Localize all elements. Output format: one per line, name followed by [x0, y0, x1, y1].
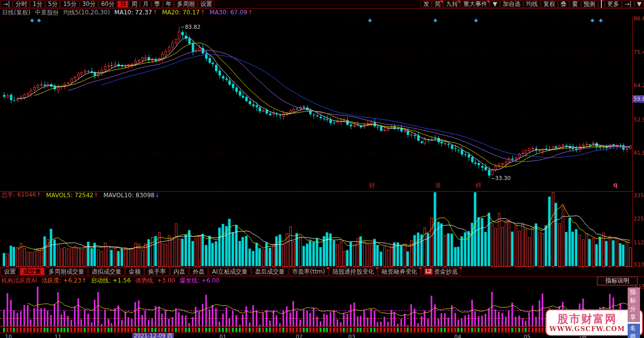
tab-0[interactable]: 设置	[0, 268, 19, 276]
info-item-5: MA30: 67.09↑	[210, 9, 253, 16]
tool-label-3: 重大事件	[463, 0, 487, 7]
ind-stat-item-2: 启动线: +1.56	[91, 277, 131, 285]
tool-button-2[interactable]: 九转	[443, 0, 460, 8]
period-button-4[interactable]: 15分	[60, 0, 79, 8]
tool-button-3[interactable]: 重大事件	[461, 0, 489, 8]
indicator-help-button[interactable]: 指标说明	[597, 277, 638, 285]
tab-9[interactable]: 盘后成交量	[252, 268, 288, 276]
volume-axis-label-1: 225	[634, 216, 644, 222]
price-axis-label-3: 52.9	[634, 116, 644, 123]
tool-button-10[interactable]: 预测	[581, 0, 598, 8]
tool-button-9[interactable]: 窗	[570, 0, 581, 8]
chart-glyph-0: 财	[369, 181, 375, 190]
period-button-3[interactable]: 5分	[46, 0, 60, 8]
tools-toolbar: 发简九转重大事件▼加自选均线复权叠窗预测更多→|▼	[420, 0, 644, 8]
tab-label: 虚拟成交量	[92, 268, 121, 275]
period-button-9[interactable]: 月	[140, 0, 151, 8]
up-arrow-icon: ↑	[36, 191, 41, 198]
tab-5[interactable]: 换手率	[145, 268, 169, 276]
tool-skip-end-icon[interactable]: →|	[622, 0, 634, 8]
volume-pane[interactable]	[0, 192, 633, 267]
tab-11[interactable]: 陆股通持股变化	[329, 268, 377, 276]
event-diamond-icon-4[interactable]: ◆	[474, 17, 478, 23]
period-button-6[interactable]: 60分	[99, 0, 117, 8]
event-diamond-icon-5[interactable]: ◆	[590, 17, 594, 23]
price-highlight-badge: 59.8	[633, 95, 644, 103]
tool-label-6: 均线	[526, 0, 538, 7]
price-axis-label-1: 75.4	[634, 49, 644, 56]
watermark-text-block: 股市财富网 WWW.GSCFW.COM	[549, 313, 625, 333]
event-diamond-icon-0[interactable]: ◆	[30, 17, 34, 23]
period-button-11[interactable]: 年	[163, 0, 174, 8]
info-item-1: 中直股份	[35, 8, 58, 17]
tool-button-6[interactable]: 均线	[524, 0, 540, 8]
main-chart-pane[interactable]: ◆◆◆◆◆◆◆ 83.82 33.30 财港榜q	[0, 16, 633, 191]
tool-button-12[interactable]: 更多	[605, 0, 622, 8]
up-arrow-icon: ↑	[153, 9, 158, 16]
tool-label-8: 叠	[561, 0, 567, 7]
tool-label-9: 窗	[572, 0, 578, 7]
indicator-pane[interactable]	[0, 286, 633, 334]
period-button-5[interactable]: 30分	[80, 0, 98, 8]
up-arrow-icon: ↑	[200, 9, 205, 16]
tab-2[interactable]: 多周期成交量	[45, 268, 88, 276]
ind-stat-item-1: 活跃度: +6.23↑	[42, 277, 87, 285]
tab-label: 换手率	[148, 268, 166, 275]
notification-dot-icon	[460, 267, 462, 269]
tool-button-8[interactable]: 叠	[558, 0, 569, 8]
event-diamond-icon-1[interactable]: ◆	[37, 17, 41, 23]
tab-8[interactable]: AI立桩成交量	[209, 268, 251, 276]
info-item-2: 均线5(10,20,30)	[63, 8, 109, 17]
period-button-10[interactable]: 季	[152, 0, 162, 8]
date-axis-label-1: 11	[54, 334, 61, 338]
period-button-2[interactable]: 1分	[30, 0, 45, 8]
period-label-6: 60分	[101, 0, 114, 7]
tool-lock-icon[interactable]	[598, 0, 604, 8]
period-label-5: 30分	[82, 0, 96, 7]
candlestick-chart-canvas[interactable]	[0, 16, 633, 191]
period-button-1[interactable]: 分时	[13, 0, 30, 8]
tab-4[interactable]: 金额	[125, 268, 144, 276]
event-diamond-icon-6[interactable]: ◆	[599, 17, 603, 23]
tool-button-0[interactable]: 发	[421, 0, 431, 8]
date-axis-label-5: 03	[348, 334, 355, 338]
skip-end-icon: →|	[625, 0, 632, 7]
tool-label-12: 更多	[607, 0, 619, 7]
tool-button-5[interactable]: 加自选	[500, 0, 523, 8]
chart-glyph-3: q	[613, 181, 618, 188]
event-diamond-icon-2[interactable]: ◆	[368, 17, 372, 23]
l2-badge: L2	[425, 269, 432, 275]
tool-label-4: ▼	[492, 0, 497, 7]
date-axis-label-3: 01	[219, 334, 226, 338]
tab-12[interactable]: 融资融券变化	[378, 268, 421, 276]
date-axis-label-4: 02	[296, 334, 303, 338]
period-label-1: 分时	[15, 0, 27, 7]
indicator-chart-canvas[interactable]	[0, 286, 633, 334]
tool-button-1[interactable]: 简	[432, 0, 443, 8]
indicator-header: 机构活跃度AI活跃度: +6.23↑启动线: +1.56强势线: +3.00爆发…	[0, 277, 219, 285]
period-button-13[interactable]: 设置	[198, 0, 215, 8]
tab-3[interactable]: 虚拟成交量	[88, 268, 125, 276]
vol-stat-item-2: MAVOL10: 83098↓	[104, 192, 160, 199]
notification-corner-icon	[440, 0, 443, 3]
tool-button-4[interactable]: ▼	[490, 0, 499, 8]
indicator-tabbar: 设置成交量多周期成交量虚拟成交量金额换手率内盘外盘AI立桩成交量盘后成交量市盈率…	[0, 267, 644, 277]
watermark-badge-course: 名师课程	[628, 324, 640, 338]
tool-button-7[interactable]: 复权	[541, 0, 558, 8]
chart-glyph-2: 榜	[476, 181, 482, 190]
period-button-12[interactable]: 多周期	[174, 0, 197, 8]
period-label-4: 15分	[63, 0, 76, 7]
tab-10[interactable]: 市盈率(ttm)	[289, 268, 328, 276]
event-diamond-icon-3[interactable]: ◆	[433, 17, 437, 23]
tab-1[interactable]: 成交量	[20, 268, 45, 276]
vol-stat-item-0: 总手: 61046↑	[1, 191, 41, 199]
tool-button-14[interactable]: ▼	[635, 0, 644, 8]
info-item-4: MA20: 70.17↑	[162, 9, 205, 16]
period-skip-start-icon[interactable]: →|	[0, 0, 12, 8]
tab-13[interactable]: L2资金抄底	[421, 268, 461, 276]
period-button-7[interactable]: 日	[117, 0, 128, 8]
volume-chart-canvas[interactable]	[0, 192, 633, 267]
tab-7[interactable]: 外盘	[189, 268, 208, 276]
tab-6[interactable]: 内盘	[170, 268, 189, 276]
period-button-8[interactable]: 周	[129, 0, 140, 8]
